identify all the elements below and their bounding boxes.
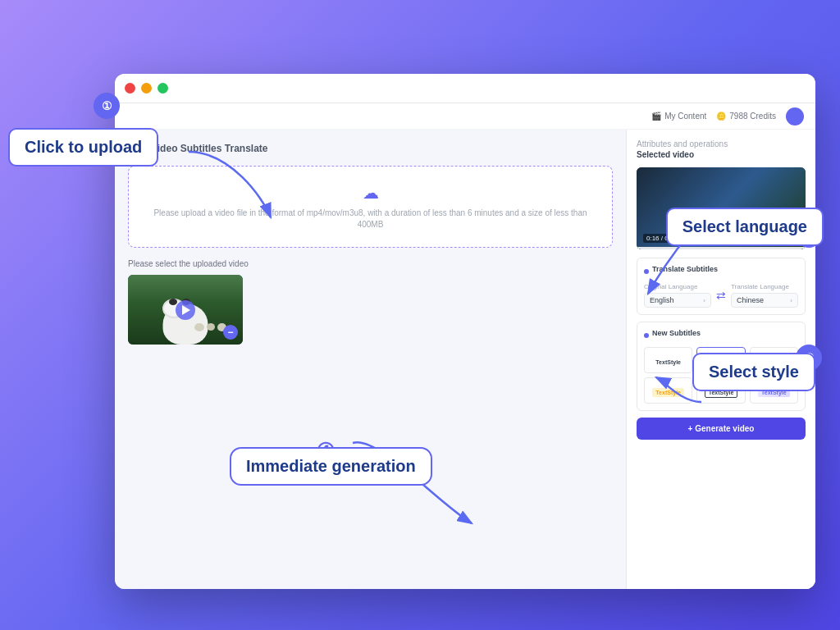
attributes-label: Attributes and operations: [637, 139, 806, 148]
step-1-label: ①: [102, 99, 112, 112]
panel-title: Video Subtitles Translate: [151, 143, 268, 154]
swap-languages-button[interactable]: ⇄: [716, 289, 726, 302]
style-item-default[interactable]: TextStyle: [644, 347, 692, 373]
original-lang-chevron: ›: [703, 297, 705, 304]
step-1-circle: ①: [94, 93, 120, 119]
app-topbar: 🎬 My Content 🪙 7988 Credits: [115, 103, 815, 130]
immediate-generation-callout: Immediate generation: [230, 447, 432, 486]
left-panel: Video Subtitles Translate ☁ Please uploa…: [115, 130, 627, 589]
my-content-label: My Content: [664, 112, 706, 121]
translate-subtitles-card: Translate Subtitles Original Language En…: [637, 258, 806, 315]
video-thumbnail[interactable]: −: [128, 275, 243, 345]
minimize-button[interactable]: [141, 83, 152, 94]
stones: [194, 323, 226, 331]
translate-lang-chevron: ›: [790, 297, 792, 304]
close-button[interactable]: [125, 83, 135, 94]
translate-lang-col: Translate Language Chinese ›: [731, 283, 798, 308]
translate-lang-value: Chinese: [737, 296, 764, 304]
translate-lang-select[interactable]: Chinese ›: [731, 293, 798, 308]
select-style-callout: Select style: [692, 353, 815, 391]
upload-callout: Click to upload: [8, 128, 158, 167]
translate-lang-label: Translate Language: [731, 283, 798, 290]
select-language-callout: Select language: [666, 208, 824, 246]
remove-video-button[interactable]: −: [223, 325, 238, 340]
original-lang-label: Original Language: [644, 283, 711, 290]
upload-instructions: Please upload a video file in the format…: [145, 208, 596, 231]
credits-icon: 🪙: [716, 112, 726, 121]
new-subtitles-header: New Subtitles: [644, 329, 798, 342]
right-panel-header: Attributes and operations Selected video: [637, 139, 806, 159]
original-lang-select[interactable]: English ›: [644, 293, 711, 308]
play-icon: [182, 305, 190, 315]
panel-header: Video Subtitles Translate: [128, 143, 613, 154]
browser-window: 🎬 My Content 🪙 7988 Credits Video Subtit…: [115, 74, 815, 589]
video-progress-bar[interactable]: [637, 247, 704, 249]
translate-subtitles-title: Translate Subtitles: [652, 265, 718, 273]
upload-callout-text: Click to upload: [25, 138, 142, 156]
uploaded-section-label: Please select the uploaded video: [128, 259, 613, 268]
uploaded-video-section: Please select the uploaded video: [128, 259, 613, 345]
upload-icon: ☁: [145, 183, 596, 203]
select-style-text: Select style: [709, 363, 799, 381]
my-content-nav[interactable]: 🎬 My Content: [651, 112, 706, 121]
credits-display: 🪙 7988 Credits: [716, 112, 776, 121]
credits-value: 7988 Credits: [729, 112, 776, 121]
style-preview-yellow: TextStyle: [652, 388, 684, 397]
style-item-yellow[interactable]: TextStyle: [644, 377, 692, 404]
translate-subtitles-header: Translate Subtitles: [644, 265, 798, 278]
new-subtitles-dot: [644, 333, 649, 338]
original-lang-value: English: [650, 296, 674, 304]
language-row: Original Language English › ⇄ Translate …: [644, 283, 798, 308]
immediate-generation-text: Immediate generation: [246, 457, 416, 475]
generate-button-label: + Generate video: [688, 424, 755, 433]
maximize-button[interactable]: [158, 83, 168, 94]
select-language-text: Select language: [682, 217, 807, 235]
style-preview-default: TextStyle: [652, 358, 684, 367]
section-dot: [644, 269, 649, 274]
generate-video-button[interactable]: + Generate video: [637, 418, 806, 440]
new-subtitles-title: New Subtitles: [652, 329, 701, 337]
selected-video-label: Selected video: [637, 150, 806, 159]
user-avatar[interactable]: [786, 107, 804, 126]
content-icon: 🎬: [651, 112, 661, 121]
upload-area[interactable]: ☁ Please upload a video file in the form…: [128, 166, 613, 248]
browser-titlebar: [115, 74, 815, 103]
original-lang-col: Original Language English ›: [644, 283, 711, 308]
play-button[interactable]: [176, 300, 195, 320]
